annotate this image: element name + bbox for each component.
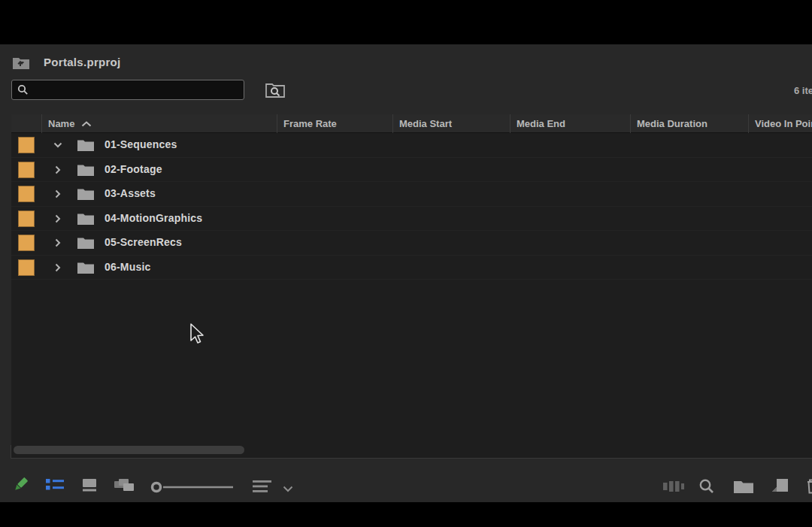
mouse-cursor [188, 323, 206, 347]
folder-icon [77, 188, 94, 200]
column-header-name[interactable]: Name [41, 114, 277, 133]
chevron-right-icon [55, 165, 61, 174]
find-in-bin-button[interactable] [265, 81, 286, 98]
list-view-icon [46, 478, 64, 491]
list-column-headers: Name Frame Rate Media Start Media End Me… [11, 114, 812, 133]
label-color-swatch[interactable] [18, 162, 35, 178]
sort-menu-button[interactable] [283, 483, 293, 495]
folder-icon [77, 139, 94, 151]
disclosure-toggle[interactable] [51, 133, 65, 158]
chevron-right-icon [55, 238, 61, 247]
clear-button[interactable] [806, 478, 812, 496]
disclosure-toggle[interactable] [51, 231, 65, 256]
column-header-frame-rate[interactable]: Frame Rate [277, 114, 392, 133]
bin-list: Name Frame Rate Media Start Media End Me… [11, 114, 812, 458]
freeform-view-button[interactable] [114, 478, 135, 494]
horizontal-scrollbar-thumb[interactable] [14, 446, 244, 454]
find-button[interactable] [698, 478, 715, 497]
column-header-media-end[interactable]: Media End [510, 114, 630, 133]
search-icon [698, 478, 715, 495]
bin-row-06-music[interactable]: 06-Music [11, 256, 812, 280]
bin-rows: 01-Sequences 02-Footage [11, 133, 812, 280]
project-panel: Portals.prproj 6 items Name [0, 44, 812, 502]
label-color-swatch[interactable] [18, 235, 35, 251]
icon-view-button[interactable] [82, 479, 97, 494]
items-count-label: 6 items [794, 85, 812, 98]
sort-options-button[interactable] [253, 480, 272, 495]
label-color-swatch[interactable] [18, 137, 35, 153]
project-title: Portals.prproj [44, 56, 121, 68]
folder-icon [77, 237, 94, 249]
zoom-slider-icon [150, 481, 235, 493]
bin-row-02-footage[interactable]: 02-Footage [11, 158, 812, 183]
pencil-icon [11, 476, 29, 494]
bin-row-05-screenrecs[interactable]: 05-ScreenRecs [11, 231, 812, 256]
bin-name: 02-Footage [105, 158, 162, 181]
new-bin-button[interactable] [734, 480, 753, 495]
list-view-button[interactable] [46, 478, 64, 493]
project-panel-toolbar [0, 459, 812, 501]
disclosure-toggle[interactable] [51, 182, 65, 207]
label-color-swatch[interactable] [18, 210, 35, 227]
automate-to-sequence-button[interactable] [663, 480, 684, 495]
sort-lines-icon [253, 480, 272, 493]
application-screen: Portals.prproj 6 items Name [0, 0, 812, 527]
folder-icon [77, 213, 94, 225]
new-item-icon [771, 479, 788, 493]
freeform-view-icon [114, 478, 135, 492]
chevron-right-icon [55, 214, 61, 223]
bin-name: 01-Sequences [105, 133, 177, 156]
folder-icon [77, 262, 94, 274]
folder-icon [77, 164, 94, 176]
icon-view-icon [82, 479, 97, 492]
bin-name: 03-Assets [105, 182, 156, 205]
project-writable-button[interactable] [11, 476, 29, 496]
project-panel-header: Portals.prproj [0, 44, 812, 74]
zoom-slider[interactable] [150, 481, 235, 496]
disclosure-toggle[interactable] [51, 256, 65, 280]
column-header-name-label: Name [48, 114, 74, 133]
automate-icon [663, 480, 684, 492]
column-header-video-in-point[interactable]: Video In Point [748, 114, 812, 133]
bin-row-03-assets[interactable]: 03-Assets [11, 182, 812, 207]
bin-row-01-sequences[interactable]: 01-Sequences [11, 133, 812, 158]
column-header-media-duration[interactable]: Media Duration [630, 114, 748, 133]
new-item-button[interactable] [771, 479, 788, 495]
folder-icon [734, 480, 753, 493]
chevron-down-icon [53, 142, 62, 148]
project-folder-up-icon [12, 56, 30, 70]
chevron-right-icon [55, 189, 61, 198]
chevron-down-icon [283, 486, 293, 492]
search-input[interactable] [33, 83, 232, 96]
disclosure-toggle[interactable] [51, 207, 65, 232]
bin-name: 04-MotionGraphics [105, 207, 202, 230]
bin-search-icon [265, 81, 286, 98]
column-header-label-color[interactable] [11, 114, 41, 133]
label-color-swatch[interactable] [18, 259, 35, 276]
bin-row-04-motiongraphics[interactable]: 04-MotionGraphics [11, 207, 812, 232]
disclosure-toggle[interactable] [51, 158, 65, 183]
search-icon [17, 84, 29, 95]
panel-border-segment [11, 445, 11, 458]
column-header-media-start[interactable]: Media Start [392, 114, 510, 133]
label-color-swatch[interactable] [18, 186, 35, 202]
trash-icon [806, 478, 812, 494]
chevron-right-icon [55, 263, 61, 272]
bin-name: 05-ScreenRecs [105, 231, 182, 254]
search-box[interactable] [11, 80, 244, 100]
sort-ascending-icon [81, 121, 92, 127]
bin-name: 06-Music [105, 256, 151, 279]
